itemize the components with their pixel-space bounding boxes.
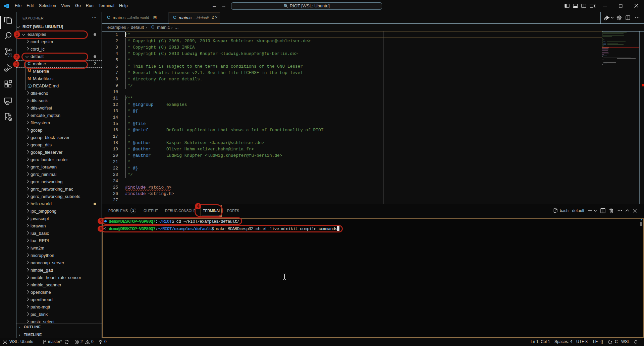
- svg-text:bash - default: bash - default: [560, 208, 584, 213]
